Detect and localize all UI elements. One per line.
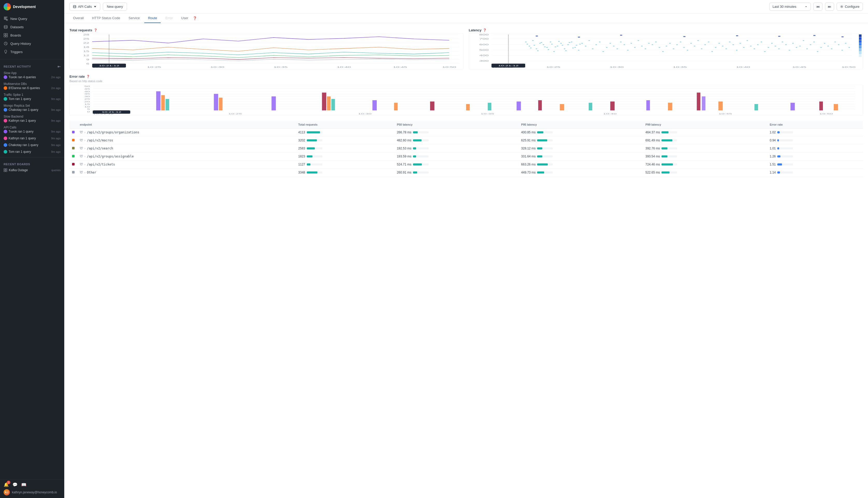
- app-logo: [4, 3, 11, 10]
- error-rate-help-icon[interactable]: ❓: [86, 75, 90, 78]
- avatar: [4, 108, 7, 112]
- error-rate-cell: 1.26: [767, 153, 863, 160]
- svg-rect-262: [82, 163, 83, 164]
- svg-rect-77: [599, 42, 600, 42]
- svg-text:10:25: 10:25: [228, 113, 242, 115]
- endpoint-icon: [80, 163, 83, 166]
- total-requests-value: 1823: [298, 155, 305, 158]
- list-item: Slow Backend Kathryn ran 1 query 9m ago: [0, 113, 64, 124]
- svg-rect-119: [747, 40, 748, 41]
- tab-overall[interactable]: Overall: [69, 13, 87, 23]
- svg-text:10:21:12: 10:21:12: [99, 65, 119, 67]
- notifications-icon[interactable]: 🔔 3: [4, 482, 9, 487]
- avatar: [4, 119, 7, 122]
- svg-text:5: 5: [87, 108, 90, 110]
- svg-rect-162: [572, 48, 574, 48]
- chat-icon[interactable]: 💬: [12, 482, 17, 487]
- prev-button[interactable]: ⏮: [813, 3, 822, 11]
- query-icon: [4, 16, 8, 21]
- error-rate-cell: 1.14: [767, 169, 863, 176]
- svg-text:300: 300: [479, 60, 489, 62]
- chevron-right-icon[interactable]: ›: [85, 131, 85, 134]
- svg-rect-211: [327, 96, 331, 110]
- svg-rect-75: [592, 49, 593, 49]
- chevron-right-icon[interactable]: ›: [85, 171, 85, 174]
- avatar: [4, 130, 7, 133]
- boards-icon: [4, 33, 8, 37]
- svg-rect-104: [694, 46, 695, 47]
- board-item-kafka[interactable]: Kafka Outage queries: [0, 167, 64, 173]
- chevron-down-icon: [93, 5, 97, 9]
- dataset-dropdown[interactable]: API Calls: [69, 3, 100, 11]
- help-icon[interactable]: 📖: [21, 482, 26, 487]
- tab-user[interactable]: User: [178, 13, 192, 23]
- total-requests-value: 1127: [298, 162, 305, 166]
- svg-rect-7: [6, 34, 8, 35]
- svg-text:800: 800: [479, 34, 489, 36]
- chevron-right-icon[interactable]: ›: [85, 147, 85, 150]
- chart-help-icon[interactable]: ❓: [94, 28, 98, 32]
- configure-button[interactable]: Configure: [837, 3, 863, 11]
- collapse-icon[interactable]: ⇤: [57, 65, 61, 69]
- svg-rect-165: [536, 36, 538, 36]
- activity-user-text: Kathryn ran 1 query: [9, 136, 36, 140]
- list-item: API Calls Tuvok ran 1 query 9m ago: [0, 124, 64, 135]
- tab-http-status[interactable]: HTTP Status Code: [88, 13, 124, 23]
- svg-rect-204: [156, 91, 161, 110]
- svg-rect-151: [534, 45, 535, 45]
- error-rate-value: 1.14: [770, 171, 776, 174]
- endpoint-path: Other: [87, 171, 96, 174]
- svg-rect-71: [578, 50, 579, 51]
- nav-item-query-history[interactable]: Query History: [0, 39, 64, 48]
- app-header[interactable]: Development: [0, 0, 64, 13]
- svg-rect-145: [838, 44, 839, 45]
- error-rate-value: 0.94: [770, 139, 776, 142]
- svg-rect-56: [525, 42, 527, 42]
- svg-rect-207: [214, 94, 218, 110]
- svg-rect-60: [539, 43, 541, 43]
- svg-rect-129: [782, 42, 783, 42]
- activity-time: 9m ago: [51, 130, 61, 133]
- svg-rect-61: [543, 44, 544, 45]
- p50-value: 482.60 ms: [397, 139, 412, 142]
- p50-cell: 193.59 ms: [394, 153, 519, 160]
- svg-rect-252: [82, 147, 83, 148]
- svg-rect-172: [842, 37, 844, 37]
- endpoint-icon: [80, 171, 83, 174]
- p95-value: 331.64 ms: [521, 155, 535, 158]
- svg-text:10:45: 10:45: [718, 113, 732, 115]
- chevron-right-icon[interactable]: ›: [85, 163, 85, 166]
- nav-item-boards[interactable]: Boards: [0, 31, 64, 39]
- svg-rect-0: [4, 17, 8, 17]
- tabs-help-icon[interactable]: ❓: [193, 16, 197, 20]
- chevron-right-icon[interactable]: ›: [85, 155, 85, 158]
- svg-rect-95: [662, 51, 663, 52]
- next-button[interactable]: ⏭: [825, 3, 834, 11]
- col-total-requests: Total requests: [296, 121, 394, 129]
- svg-text:0: 0: [87, 111, 90, 113]
- avatar: [4, 97, 7, 101]
- svg-text:10:50: 10:50: [442, 66, 456, 68]
- svg-rect-113: [725, 49, 727, 49]
- total-requests-cell: 3202: [296, 136, 394, 144]
- activity-name: Slow Backend: [4, 115, 61, 118]
- tab-service[interactable]: Service: [125, 13, 143, 23]
- svg-rect-81: [613, 46, 614, 47]
- svg-rect-90: [645, 49, 646, 49]
- latency-legend: [859, 35, 861, 57]
- time-range-dropdown[interactable]: Last 30 minutes: [769, 3, 811, 11]
- nav-label-boards: Boards: [10, 34, 21, 37]
- error-rate-title: Error rate: [69, 75, 85, 78]
- tab-route[interactable]: Route: [144, 13, 161, 23]
- chevron-right-icon[interactable]: ›: [85, 139, 85, 142]
- latency-help-icon[interactable]: ❓: [483, 28, 487, 32]
- svg-rect-158: [558, 41, 559, 42]
- nav-item-triggers[interactable]: Triggers: [0, 48, 64, 56]
- total-requests-value: 4113: [298, 131, 305, 134]
- svg-text:10:40: 10:40: [337, 66, 351, 68]
- endpoint-path: /api/v2/groups/assignable: [87, 155, 134, 158]
- svg-rect-117: [739, 43, 741, 43]
- nav-item-datasets[interactable]: Datasets: [0, 23, 64, 31]
- nav-item-new-query[interactable]: New Query: [0, 14, 64, 23]
- new-query-button[interactable]: New query: [103, 3, 127, 11]
